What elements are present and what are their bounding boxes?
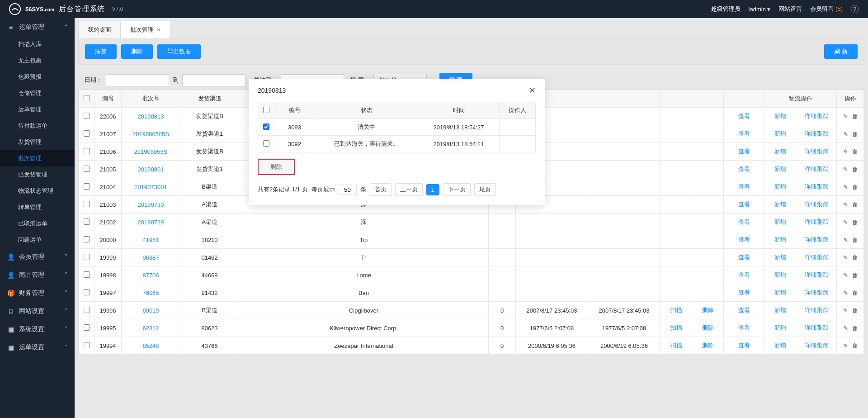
batch-link[interactable]: 201908055S	[134, 148, 168, 155]
trash-icon[interactable]: 🗑	[852, 237, 858, 243]
sidebar-menu[interactable]: ▦系统设置˅	[0, 320, 75, 338]
pager-prev[interactable]: 上一页	[395, 183, 423, 196]
view-link[interactable]: 查看	[738, 236, 750, 243]
track-link[interactable]: 详细跟踪	[805, 166, 828, 172]
row-checkbox[interactable]	[84, 271, 90, 278]
batch-link[interactable]: 87706	[142, 272, 159, 279]
view-link[interactable]: 查看	[738, 218, 750, 225]
view-link[interactable]: 查看	[738, 307, 750, 314]
view-link[interactable]: 查看	[738, 130, 750, 137]
trash-icon[interactable]: 🗑	[852, 325, 858, 332]
sidebar-sub-item[interactable]: 仓储管理	[0, 85, 75, 101]
sidebar-sub-item[interactable]: 物流状态管理	[0, 183, 75, 199]
new-link[interactable]: 新增	[774, 342, 786, 349]
close-icon[interactable]: ✕	[529, 86, 536, 95]
pager-last[interactable]: 尾页	[474, 183, 496, 196]
row-checkbox[interactable]	[84, 166, 90, 172]
track-link[interactable]: 详细跟踪	[805, 113, 828, 119]
batch-link[interactable]: 41951	[142, 237, 159, 243]
track-link[interactable]: 详细跟踪	[805, 324, 828, 331]
scan-link[interactable]: 扫描	[670, 307, 682, 314]
edit-icon[interactable]: ✎	[843, 166, 848, 173]
row-checkbox[interactable]	[84, 307, 90, 313]
edit-icon[interactable]: ✎	[843, 272, 848, 279]
batch-link[interactable]: 20190813	[138, 113, 164, 120]
row-checkbox[interactable]	[84, 148, 90, 154]
row-checkbox[interactable]	[84, 113, 90, 119]
new-link[interactable]: 新增	[774, 148, 786, 155]
pager-perpage-input[interactable]	[339, 185, 357, 195]
row-delete-link[interactable]: 删除	[702, 342, 714, 349]
edit-icon[interactable]: ✎	[843, 325, 848, 332]
batch-link[interactable]: 06387	[142, 254, 159, 261]
row-checkbox[interactable]	[84, 236, 90, 242]
row-checkbox[interactable]	[84, 201, 90, 207]
track-link[interactable]: 详细跟踪	[805, 183, 828, 190]
track-link[interactable]: 详细跟踪	[805, 254, 828, 261]
select-all-checkbox[interactable]	[84, 95, 90, 101]
sidebar-sub-item[interactable]: 发货管理	[0, 134, 75, 150]
new-link[interactable]: 新增	[774, 183, 786, 190]
trash-icon[interactable]: 🗑	[852, 254, 858, 261]
new-link[interactable]: 新增	[774, 166, 786, 172]
sidebar-sub-item[interactable]: 无主包裹	[0, 52, 75, 69]
view-link[interactable]: 查看	[738, 254, 750, 261]
site-msg-link[interactable]: 网站留言	[778, 5, 802, 13]
sidebar-sub-item[interactable]: 待付款运单	[0, 118, 75, 134]
batch-link[interactable]: 69019	[142, 307, 159, 314]
sidebar-sub-item[interactable]: 已发货管理	[0, 166, 75, 183]
track-link[interactable]: 详细跟踪	[805, 271, 828, 278]
edit-icon[interactable]: ✎	[843, 131, 848, 138]
row-delete-link[interactable]: 删除	[702, 324, 714, 331]
modal-row-checkbox[interactable]	[263, 124, 269, 130]
edit-icon[interactable]: ✎	[843, 254, 848, 261]
new-link[interactable]: 新增	[774, 324, 786, 331]
sidebar-sub-item[interactable]: 批次管理	[0, 150, 75, 166]
row-checkbox[interactable]	[84, 254, 90, 260]
row-checkbox[interactable]	[84, 289, 90, 295]
track-link[interactable]: 详细跟踪	[805, 342, 828, 349]
track-link[interactable]: 详细跟踪	[805, 218, 828, 225]
sidebar-menu[interactable]: 🎁财务管理˅	[0, 284, 75, 302]
batch-link[interactable]: 85248	[142, 342, 159, 349]
edit-icon[interactable]: ✎	[843, 307, 848, 314]
trash-icon[interactable]: 🗑	[852, 113, 858, 120]
trash-icon[interactable]: 🗑	[852, 184, 858, 190]
trash-icon[interactable]: 🗑	[852, 272, 858, 279]
view-link[interactable]: 查看	[738, 271, 750, 278]
batch-link[interactable]: 2019073001	[134, 184, 167, 190]
tab[interactable]: 我的桌面	[78, 21, 121, 38]
edit-icon[interactable]: ✎	[843, 184, 848, 190]
batch-link[interactable]: 20190801	[138, 166, 164, 173]
new-link[interactable]: 新增	[774, 271, 786, 278]
row-checkbox[interactable]	[84, 183, 90, 190]
view-link[interactable]: 查看	[738, 148, 750, 155]
scan-link[interactable]: 扫描	[670, 342, 682, 349]
date-to-input[interactable]	[182, 74, 245, 86]
member-msg-link[interactable]: 会员留言 (5)	[810, 5, 843, 13]
trash-icon[interactable]: 🗑	[852, 342, 858, 349]
new-link[interactable]: 新增	[774, 130, 786, 137]
new-link[interactable]: 新增	[774, 254, 786, 261]
batch-link[interactable]: 76065	[142, 290, 159, 296]
batch-link[interactable]: 20190729	[138, 219, 164, 226]
sidebar-menu[interactable]: ≡运单管理˄	[0, 18, 75, 36]
trash-icon[interactable]: 🗑	[852, 290, 858, 296]
row-delete-link[interactable]: 删除	[702, 307, 714, 314]
close-icon[interactable]: ✕	[156, 27, 161, 33]
new-link[interactable]: 新增	[774, 289, 786, 296]
track-link[interactable]: 详细跟踪	[805, 130, 828, 137]
export-button[interactable]: 导出数据	[157, 44, 201, 59]
row-checkbox[interactable]	[84, 342, 90, 348]
track-link[interactable]: 详细跟踪	[805, 201, 828, 208]
batch-link[interactable]: 62312	[142, 325, 159, 332]
delete-button[interactable]: 删除	[121, 44, 153, 59]
refresh-button[interactable]: 刷 新	[824, 44, 858, 59]
batch-link[interactable]: 2019080585S	[132, 131, 169, 138]
batch-link[interactable]: 20190730	[138, 201, 164, 208]
username-dropdown[interactable]: iadmin ▾	[749, 6, 771, 13]
trash-icon[interactable]: 🗑	[852, 201, 858, 208]
sidebar-menu[interactable]: ▦运单设置˅	[0, 338, 75, 356]
date-from-input[interactable]	[106, 74, 169, 86]
sidebar-sub-item[interactable]: 包裹预报	[0, 69, 75, 85]
